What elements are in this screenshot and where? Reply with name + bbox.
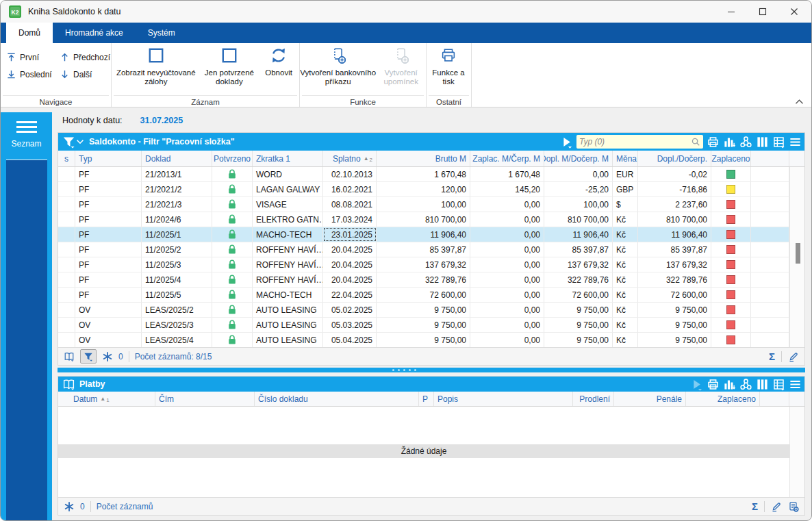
cell-doklad[interactable]: LEAS/2025/4 [142,333,212,347]
cell-dopl_m[interactable]: 322 789,76 [544,272,613,287]
cell-dopl_m[interactable]: 72 600,00 [544,288,613,302]
cell-doklad[interactable]: 11/2025/4 [142,272,212,287]
cell-splatno[interactable]: 20.04.2025 [323,272,377,287]
cell-potvrzeno[interactable] [212,182,253,196]
cell-mena[interactable]: Kč [613,288,638,302]
cell-brutto[interactable]: 11 906,40 [377,227,470,242]
table-row[interactable]: PF21/2013/1WORD02.10.20131 670,481 670,4… [58,167,804,182]
cell-splatno[interactable]: 20.04.2025 [323,257,377,272]
excel-export-icon[interactable] [772,378,785,391]
cell-mena[interactable]: Kč [613,257,638,272]
column-header-zaplaceno[interactable]: Zaplaceno [686,392,760,406]
column-header-potvrzeno[interactable]: Potvrzeno [212,151,253,166]
cell-zaplac[interactable]: 0,00 [470,318,544,332]
panel-splitter[interactable] [58,368,805,372]
cell-zkratka[interactable]: AUTO LEASING [253,303,323,317]
table-row[interactable]: PF11/2025/4ROFFENY HAVÍ…20.04.2025322 78… [58,272,804,288]
column-header-dopl_m[interactable]: Dopl. M/Dočerp. M [544,151,613,166]
cell-zaplaceno[interactable] [711,288,751,302]
cell-dopl[interactable]: -0,02 [638,167,711,181]
column-header-dopl[interactable]: Dopl./Dočerp. [638,151,711,166]
cell-potvrzeno[interactable] [212,333,253,347]
cell-dopl[interactable]: 322 789,76 [638,272,711,287]
values-to-date-value[interactable]: 31.07.2025 [140,116,183,125]
cell-mena[interactable]: Kč [613,318,638,332]
minimize-button[interactable] [715,1,747,23]
cell-zkratka[interactable]: VISAGE [253,197,323,212]
cell-brutto[interactable]: 120,00 [377,182,470,196]
first-button[interactable]: První [6,49,60,66]
cell-zaplaceno[interactable] [711,333,751,347]
cell-mena[interactable]: EUR [613,167,638,181]
cell-potvrzeno[interactable] [212,272,253,287]
new-record-icon[interactable] [788,501,799,512]
cell-splatno[interactable]: 05.02.2025 [323,303,377,317]
cell-zkratka[interactable]: AUTO LEASING [253,333,323,347]
cell-mena[interactable]: Kč [613,212,638,227]
cell-mena[interactable]: Kč [613,242,638,257]
cell-splatno[interactable]: 20.04.2025 [323,242,377,257]
cell-splatno[interactable]: 16.02.2021 [323,182,377,196]
cell-s[interactable] [58,242,75,257]
only-confirmed-documents-button[interactable]: Jen potvrzené doklady [201,43,259,94]
cell-dopl_m[interactable]: 85 397,87 [544,242,613,257]
cell-zaplac[interactable]: 0,00 [470,227,544,242]
cell-zkratka[interactable]: MACHO-TECH [253,288,323,302]
show-unaccounted-advances-button[interactable]: Zobrazit nevyúčtované zálohy [112,43,201,94]
table-row[interactable]: OVLEAS/2025/3AUTO LEASING05.03.20259 750… [58,318,804,333]
cell-doklad[interactable]: LEAS/2025/2 [142,303,212,317]
cell-mena[interactable]: Kč [613,227,638,242]
column-header-brutto[interactable]: Brutto M [377,151,470,166]
column-header-typ[interactable]: Typ [75,151,142,166]
column-header-popis[interactable]: Popis [434,392,573,406]
cell-potvrzeno[interactable] [212,167,253,181]
play-icon[interactable] [560,136,573,149]
cell-zaplaceno[interactable] [711,197,751,212]
cell-s[interactable] [58,197,75,212]
panel-menu-icon[interactable] [789,378,802,391]
column-header-cim[interactable]: Čím [155,392,255,406]
table-row[interactable]: PF11/2025/3ROFFENY HAVÍ…20.04.2025137 67… [58,257,804,272]
excel-export-icon[interactable] [772,136,785,149]
maximize-button[interactable] [747,1,778,23]
cell-doklad[interactable]: 11/2025/3 [142,257,212,272]
pivot-icon[interactable] [739,136,752,149]
cell-typ[interactable]: PF [75,227,142,242]
functions-and-print-button[interactable]: Funkce a tisk [427,43,470,94]
scrollbar-thumb[interactable] [796,243,800,264]
cell-potvrzeno[interactable] [212,227,253,242]
filter-icon[interactable] [62,136,75,149]
cell-zaplac[interactable]: 0,00 [470,303,544,317]
cell-doklad[interactable]: 11/2025/1 [142,227,212,242]
cell-typ[interactable]: PF [75,257,142,272]
cell-doklad[interactable]: 21/2013/1 [142,167,212,181]
columns-icon[interactable] [756,378,769,391]
book-icon[interactable] [64,351,75,362]
cell-s[interactable] [58,227,75,242]
cell-zaplaceno[interactable] [711,227,751,242]
cell-doklad[interactable]: 21/2021/3 [142,197,212,212]
cell-splatno[interactable]: 08.08.2021 [323,197,377,212]
cell-mena[interactable]: Kč [613,272,638,287]
cell-brutto[interactable]: 85 397,87 [377,242,470,257]
cell-zaplac[interactable]: 1 670,48 [470,167,544,181]
cell-dopl_m[interactable]: -25,20 [544,182,613,196]
print-icon[interactable] [707,136,720,149]
cell-splatno[interactable]: 02.10.2013 [323,167,377,181]
cell-splatno[interactable]: 05.03.2025 [323,318,377,332]
cell-doklad[interactable]: 21/2021/2 [142,182,212,196]
column-header-prodleni[interactable]: Prodlení [573,392,614,406]
cell-typ[interactable]: PF [75,167,142,181]
column-header-zaplaceno[interactable]: Zaplaceno [711,151,751,166]
vertical-scrollbar[interactable] [789,407,804,497]
cell-dopl_m[interactable]: 9 750,00 [544,333,613,347]
cell-zkratka[interactable]: ROFFENY HAVÍ… [253,257,323,272]
pivot-icon[interactable] [739,378,752,391]
cell-potvrzeno[interactable] [212,318,253,332]
next-button[interactable]: Další [60,66,114,83]
cell-s[interactable] [58,182,75,196]
filter-toggle-button[interactable] [80,349,97,364]
cell-zkratka[interactable]: ROFFENY HAVÍ… [253,272,323,287]
cell-s[interactable] [58,288,75,302]
cell-mena[interactable]: Kč [613,333,638,347]
